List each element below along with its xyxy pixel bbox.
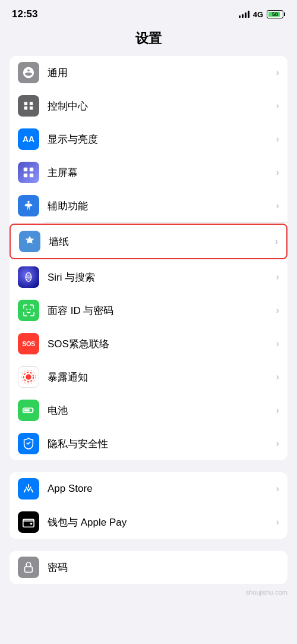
homescreen-icon — [18, 162, 39, 183]
privacy-label: 隐私与安全性 — [48, 437, 276, 451]
status-time: 12:53 — [12, 8, 37, 20]
sos-label: SOS紧急联络 — [48, 337, 276, 351]
battery-label: 电池 — [48, 404, 276, 417]
battery-icon — [18, 400, 39, 421]
settings-group-2: App Store › 钱包与 Apple Pay › — [10, 472, 287, 539]
settings-item-battery[interactable]: 电池 › — [10, 394, 287, 427]
svg-rect-0 — [24, 102, 28, 106]
battery-level: 58 — [272, 11, 278, 17]
svg-rect-4 — [24, 168, 27, 171]
settings-item-accessibility[interactable]: 辅助功能 › — [10, 189, 287, 222]
svg-rect-1 — [30, 102, 33, 106]
general-icon — [18, 62, 39, 83]
svg-rect-21 — [25, 567, 33, 572]
svg-point-13 — [30, 309, 31, 310]
svg-rect-18 — [24, 409, 30, 411]
svg-point-9 — [28, 240, 31, 243]
siri-chevron: › — [276, 272, 279, 282]
svg-rect-6 — [24, 174, 27, 177]
settings-item-appstore[interactable]: App Store › — [10, 472, 287, 505]
settings-item-exposure[interactable]: 暴露通知 › — [10, 360, 287, 394]
homescreen-chevron: › — [276, 167, 279, 178]
page-title: 设置 — [0, 25, 297, 56]
svg-point-20 — [30, 523, 33, 525]
settings-item-siri[interactable]: Siri 与搜索 › — [10, 260, 287, 294]
battery-chevron: › — [276, 405, 279, 416]
settings-item-display[interactable]: AA 显示与亮度 › — [10, 122, 287, 156]
password-label: 密码 — [48, 561, 279, 574]
siri-icon — [18, 266, 39, 288]
svg-point-8 — [27, 201, 30, 203]
settings-item-general[interactable]: 通用 › — [10, 56, 287, 89]
settings-item-password[interactable]: 密码 — [10, 551, 287, 584]
faceid-label: 面容 ID 与密码 — [48, 304, 276, 318]
watermark: shoujishu.com — [0, 584, 297, 601]
privacy-chevron: › — [276, 438, 279, 449]
svg-point-12 — [26, 309, 27, 310]
wallet-label: 钱包与 Apple Pay — [48, 516, 276, 529]
settings-item-wallpaper[interactable]: 墙纸 › — [10, 224, 287, 259]
appstore-chevron: › — [276, 483, 279, 494]
general-chevron: › — [276, 67, 279, 78]
accessibility-icon — [18, 195, 39, 216]
wallpaper-label: 墙纸 — [49, 235, 275, 249]
control-center-chevron: › — [276, 100, 279, 111]
homescreen-label: 主屏幕 — [48, 166, 276, 180]
wallpaper-chevron: › — [275, 236, 278, 247]
status-right: 4G 58 — [239, 10, 285, 19]
wallet-chevron: › — [276, 517, 279, 527]
appstore-icon — [18, 478, 39, 500]
control-center-label: 控制中心 — [48, 99, 276, 113]
exposure-icon — [18, 366, 39, 388]
settings-item-homescreen[interactable]: 主屏幕 › — [10, 156, 287, 189]
display-icon: AA — [18, 128, 39, 150]
svg-rect-3 — [30, 106, 33, 110]
privacy-icon — [18, 433, 39, 454]
settings-item-sos[interactable]: SOS SOS紧急联络 › — [10, 327, 287, 360]
general-label: 通用 — [48, 66, 276, 80]
sos-icon: SOS — [18, 333, 39, 354]
svg-rect-5 — [30, 168, 33, 171]
settings-group-1: 通用 › 控制中心 › AA 显示与亮度 › 主屏幕 › 辅助功能 › — [10, 56, 287, 460]
settings-item-wallet[interactable]: 钱包与 Apple Pay › — [10, 505, 287, 539]
settings-item-privacy[interactable]: 隐私与安全性 › — [10, 427, 287, 460]
network-indicator: 4G — [253, 10, 263, 19]
status-bar: 12:53 4G 58 — [0, 0, 297, 25]
wallpaper-icon — [19, 231, 40, 252]
display-label: 显示与亮度 — [48, 133, 276, 146]
battery-indicator: 58 — [267, 10, 285, 18]
svg-rect-7 — [30, 174, 33, 177]
siri-label: Siri 与搜索 — [48, 271, 276, 284]
sos-chevron: › — [276, 338, 279, 349]
display-chevron: › — [276, 134, 279, 144]
settings-item-faceid[interactable]: 面容 ID 与密码 › — [10, 294, 287, 327]
svg-point-14 — [26, 374, 31, 379]
settings-group-3: 密码 — [10, 551, 287, 584]
signal-icon — [239, 11, 249, 18]
wallet-icon — [18, 511, 39, 533]
accessibility-chevron: › — [276, 200, 279, 211]
faceid-chevron: › — [276, 305, 279, 316]
control-center-icon — [18, 95, 39, 117]
faceid-icon — [18, 300, 39, 321]
password-icon — [18, 557, 39, 578]
exposure-label: 暴露通知 — [48, 370, 276, 384]
accessibility-label: 辅助功能 — [48, 199, 276, 213]
exposure-chevron: › — [276, 372, 279, 382]
svg-rect-2 — [24, 106, 28, 110]
settings-item-control-center[interactable]: 控制中心 › — [10, 89, 287, 122]
appstore-label: App Store — [48, 483, 276, 495]
